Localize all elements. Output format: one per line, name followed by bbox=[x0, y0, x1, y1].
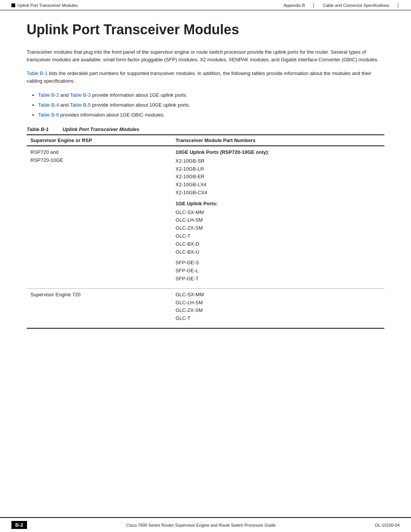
table-caption: Table B-1 Uplink Port Transceiver Module… bbox=[27, 126, 384, 132]
bullet-item-3: Table B-6 provides information about 1GE… bbox=[38, 111, 384, 119]
table-b1-link[interactable]: Table B-1 bbox=[27, 70, 48, 76]
1ge-parts-set2: SFP-GE-S SFP-GE-L SFP-GE-T bbox=[175, 259, 381, 283]
header-appendix-label: Appendix B bbox=[284, 3, 305, 8]
table-b6-link[interactable]: Table B-6 bbox=[38, 112, 59, 118]
col2-header: Transceiver Module Part Numbers bbox=[172, 135, 384, 146]
10ge-ports-label: 10GE Uplink Ports (RSP720-10GE only): bbox=[175, 149, 381, 157]
table-b2-link[interactable]: Table B-2 bbox=[38, 92, 59, 98]
footer-doc-number: OL-10100-04 bbox=[375, 523, 400, 527]
footer-left: B-2 bbox=[11, 521, 27, 529]
square-icon bbox=[11, 3, 15, 7]
header-left: Uplink Port Transceiver Modules bbox=[11, 3, 78, 8]
header-section-title: Uplink Port Transceiver Modules bbox=[18, 3, 78, 8]
page-title: Uplink Port Transceiver Modules bbox=[27, 22, 384, 38]
1ge-ports-label: 1GE Uplink Ports: bbox=[175, 200, 381, 208]
engine-cell-1: RSP720 andRSP720-10GE bbox=[27, 146, 172, 288]
bullet-list: Table B-2 and Table B-3 provide informat… bbox=[38, 91, 384, 119]
transceiver-table: Supervisor Engine or RSP Transceiver Mod… bbox=[27, 134, 384, 329]
page-footer: B-2 Cisco 7600 Series Router Supervisor … bbox=[0, 517, 411, 532]
page-number: B-2 bbox=[11, 521, 27, 529]
bullet-item-2: Table B-4 and Table B-5 provide informat… bbox=[38, 101, 384, 109]
table-row: RSP720 andRSP720-10GE 10GE Uplink Ports … bbox=[27, 146, 384, 288]
table-intro-paragraph: Table B-1 lists the orderable part numbe… bbox=[27, 70, 384, 85]
table-b3-link[interactable]: Table B-3 bbox=[70, 92, 91, 98]
header-separator1: │ bbox=[312, 3, 315, 8]
se720-parts: GLC-SX-MM GLC-LH-SM GLC-ZX-SM GLC-T bbox=[175, 291, 381, 323]
table-caption-label: Table B-1 Uplink Port Transceiver Module… bbox=[27, 126, 139, 132]
10ge-parts: X2-10GB-SR X2-10GB-LR X2-10GB-ER X2-10GB… bbox=[175, 157, 381, 197]
engine-cell-2: Supervisor Engine 720 bbox=[27, 288, 172, 328]
parts-cell-2: GLC-SX-MM GLC-LH-SM GLC-ZX-SM GLC-T bbox=[172, 288, 384, 328]
bullet-item-1: Table B-2 and Table B-3 provide informat… bbox=[38, 91, 384, 99]
table-b4-link[interactable]: Table B-4 bbox=[38, 102, 59, 108]
parts-cell-1: 10GE Uplink Ports (RSP720-10GE only): X2… bbox=[172, 146, 384, 288]
header-separator2: │ bbox=[397, 3, 400, 8]
intro-paragraph: Transceiver modules that plug into the f… bbox=[27, 48, 384, 64]
table-intro-text: lists the orderable part numbers for sup… bbox=[27, 70, 371, 84]
table-b5-link[interactable]: Table B-5 bbox=[70, 102, 91, 108]
header-right: Appendix B │ Cable and Connector Specifi… bbox=[284, 3, 400, 8]
footer-center-text: Cisco 7600 Series Router Supervisor Engi… bbox=[27, 523, 375, 527]
page-header: Uplink Port Transceiver Modules Appendix… bbox=[0, 0, 411, 10]
main-content: Uplink Port Transceiver Modules Transcei… bbox=[0, 10, 411, 367]
table-row: Supervisor Engine 720 GLC-SX-MM GLC-LH-S… bbox=[27, 288, 384, 328]
1ge-parts-set1: GLC-SX-MM GLC-LH-SM GLC-ZX-SM GLC-T GLC-… bbox=[175, 209, 381, 256]
col1-header: Supervisor Engine or RSP bbox=[27, 135, 172, 146]
header-document-title: Cable and Connector Specifications bbox=[323, 3, 389, 8]
table-header-row: Supervisor Engine or RSP Transceiver Mod… bbox=[27, 135, 384, 146]
